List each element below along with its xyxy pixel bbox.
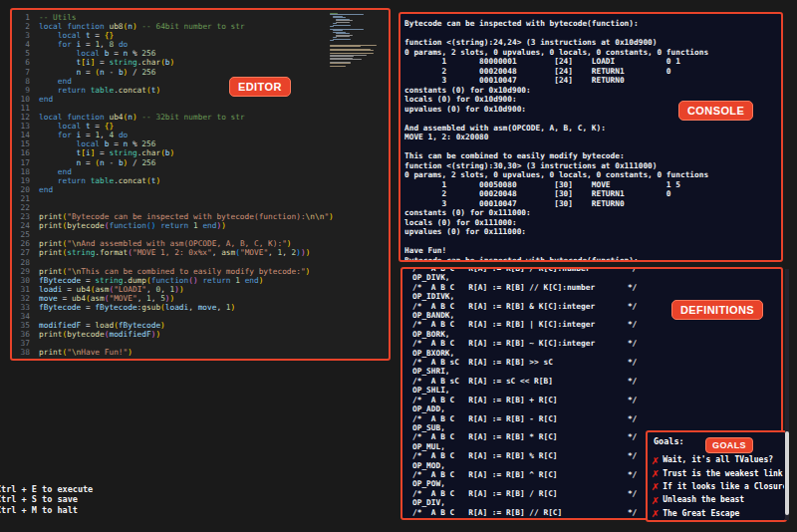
editor-badge: EDITOR	[229, 77, 291, 97]
line-number: 1	[16, 13, 30, 22]
console-badge: CONSOLE	[678, 101, 753, 121]
line-number: 22	[16, 203, 30, 212]
goals-panel: Goals: GOALS ✗Wait, it's all TValues?✗Tr…	[646, 430, 787, 522]
line-number: 37	[16, 339, 30, 348]
editor-line[interactable]: 3 local t = {}	[16, 31, 331, 40]
editor-line[interactable]: 19 return table.concat(t)	[16, 176, 331, 185]
red-x-icon: ✗	[652, 507, 659, 519]
editor-line[interactable]: 32move = ub4(asm("MOVE", 1, 5))	[16, 294, 331, 303]
line-number: 24	[16, 221, 30, 230]
editor-line[interactable]: 2local function ub8(n) -- 64bit number t…	[16, 22, 331, 31]
line-number: 5	[16, 49, 30, 58]
line-number: 31	[16, 285, 30, 294]
line-number: 17	[16, 158, 30, 167]
goal-item: ✗The Great Escape	[651, 507, 784, 520]
line-number: 14	[16, 131, 30, 139]
editor-line[interactable]: 12local function ub4(n) -- 32bit number …	[16, 113, 331, 122]
line-number: 8	[16, 77, 30, 86]
editor-line[interactable]: 27print(string.format("MOVE 1, 2: 0x%x",…	[16, 248, 331, 257]
red-x-icon: ✗	[652, 467, 659, 479]
line-number: 34	[16, 312, 30, 321]
goal-label: Unleash the beast	[663, 495, 744, 504]
goal-label: Wait, it's all TValues?	[663, 455, 773, 464]
editor-minimap-icon[interactable]	[330, 13, 386, 69]
editor-line[interactable]: 33fBytecode = fBytecode:gsub(loadi, move…	[16, 303, 331, 312]
editor-line[interactable]: 18 end	[16, 167, 331, 176]
editor-line[interactable]: 7 n = (n - b) / 256	[16, 68, 331, 77]
goals-list: ✗Wait, it's all TValues?✗Trust is the we…	[651, 453, 784, 520]
editor-line[interactable]: 22	[16, 203, 331, 212]
editor-line[interactable]: 34	[16, 312, 331, 321]
line-number: 23	[16, 212, 30, 221]
line-number: 16	[16, 148, 30, 157]
goal-item: ✗Wait, it's all TValues?	[651, 453, 784, 466]
editor-line[interactable]: 4 for i = 1, 8 do	[16, 40, 331, 49]
editor-line[interactable]: 5 local b = n % 256	[16, 49, 331, 58]
minimap-line	[336, 36, 350, 37]
line-number: 29	[16, 267, 30, 276]
line-number: 13	[16, 122, 30, 131]
line-number: 32	[16, 294, 30, 303]
minimap-line	[330, 56, 354, 57]
line-number: 25	[16, 230, 30, 239]
line-number: 4	[16, 40, 30, 49]
editor-line[interactable]: 28	[16, 258, 331, 267]
editor-line[interactable]: 30fBytecode = string.dump(function() ret…	[16, 276, 331, 285]
editor-line[interactable]: 20end	[16, 185, 331, 194]
editor-line[interactable]: 16 t[i] = string.char(b)	[16, 148, 331, 157]
editor-line[interactable]: 38print("\nHave Fun!")	[16, 348, 331, 357]
editor-line[interactable]: 23print("Bytecode can be inspected with …	[16, 212, 331, 221]
keyboard-hints: Ctrl + E to executeCtrl + S to saveCtrl …	[0, 484, 93, 515]
hint-line: Ctrl + E to execute	[0, 484, 93, 494]
editor-line[interactable]: 25	[16, 230, 331, 239]
editor-line[interactable]: 26print("\nAnd assembled with asm(OPCODE…	[16, 239, 331, 248]
scrollbar-thumb[interactable]	[785, 431, 789, 515]
code-editor[interactable]: 1-- Utils2local function ub8(n) -- 64bit…	[16, 13, 331, 357]
minimap-line	[330, 46, 361, 47]
line-number: 36	[16, 330, 30, 339]
editor-line[interactable]: 37	[16, 339, 331, 348]
editor-line[interactable]: 14 for i = 1, 4 do	[16, 131, 331, 139]
editor-line[interactable]: 11	[16, 104, 331, 113]
line-number: 27	[16, 248, 30, 257]
line-number: 3	[16, 31, 30, 40]
console-panel[interactable]: Bytecode can be inspected with bytecode(…	[398, 12, 783, 262]
line-number: 30	[16, 276, 30, 285]
line-number: 35	[16, 321, 30, 330]
red-x-icon: ✗	[652, 480, 659, 492]
minimap-line	[330, 66, 346, 67]
minimap-line	[333, 25, 351, 26]
editor-line[interactable]: 15 local b = n % 256	[16, 139, 331, 148]
editor-line[interactable]: 21	[16, 194, 331, 203]
console-output: Bytecode can be inspected with bytecode(…	[404, 19, 708, 262]
editor-line[interactable]: 29print("\nThis can be combined to easil…	[16, 267, 331, 276]
red-x-icon: ✗	[652, 454, 659, 466]
goal-item: ✗If it looks like a Closure	[651, 480, 784, 493]
editor-line[interactable]: 24print(bytecode(function() return 1 end…	[16, 221, 331, 230]
line-number: 28	[16, 258, 30, 267]
line-number: 2	[16, 22, 30, 31]
line-number: 11	[16, 104, 30, 113]
editor-line[interactable]: 6 t[i] = string.char(b)	[16, 58, 331, 67]
line-number: 26	[16, 239, 30, 248]
minimap-line	[333, 39, 351, 40]
editor-line[interactable]: 1-- Utils	[16, 13, 331, 22]
line-number: 20	[16, 185, 30, 194]
editor-line[interactable]: 17 n = (n - b) / 256	[16, 158, 331, 167]
editor-panel[interactable]: 1-- Utils2local function ub8(n) -- 64bit…	[10, 8, 391, 361]
editor-line[interactable]: 36print(bytecode(modifiedF))	[16, 330, 331, 339]
goal-label: If it looks like a Closure	[663, 482, 784, 491]
line-number: 21	[16, 194, 30, 203]
line-number: 7	[16, 68, 30, 77]
goals-title: Goals:	[654, 436, 684, 446]
definitions-output: /* A B C R[A] := R[B] / K[C]:number */ O…	[412, 267, 637, 517]
line-number: 12	[16, 113, 30, 122]
goal-item: ✗Unleash the beast	[651, 493, 784, 506]
minimap-line	[336, 33, 350, 34]
editor-line[interactable]: 31loadi = ub4(asm("LOADI", 0, 1))	[16, 285, 331, 294]
editor-line[interactable]: 35modifiedF = load(fBytecode)	[16, 321, 331, 330]
line-number: 38	[16, 348, 30, 357]
editor-line[interactable]: 13 local t = {}	[16, 122, 331, 131]
line-number: 9	[16, 86, 30, 95]
line-number: 33	[16, 303, 30, 312]
